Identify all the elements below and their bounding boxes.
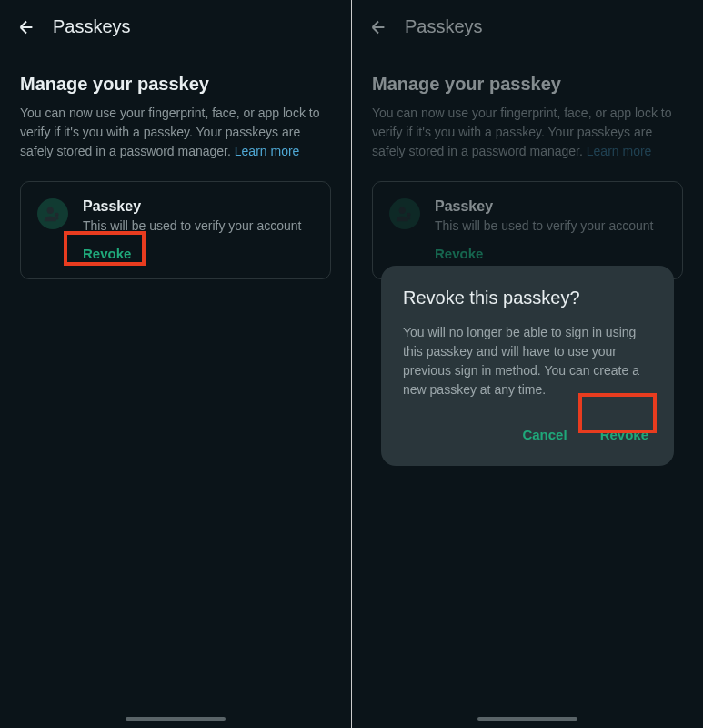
- section-description: You can now use your fingerprint, face, …: [20, 104, 331, 161]
- header: Passkeys: [352, 0, 703, 52]
- svg-rect-3: [56, 218, 59, 219]
- right-pane: Passkeys Manage your passkey You can now…: [352, 0, 703, 728]
- back-arrow-icon[interactable]: [16, 17, 36, 37]
- card-subtitle: This will be used to verify your account: [435, 218, 666, 233]
- learn-more-link[interactable]: Learn more: [235, 144, 300, 158]
- header: Passkeys: [0, 0, 351, 52]
- home-indicator[interactable]: [126, 717, 226, 721]
- dialog-actions: Cancel Revoke: [403, 420, 652, 450]
- section-title: Manage your passkey: [372, 74, 683, 95]
- learn-more-link[interactable]: Learn more: [587, 144, 652, 158]
- page-title: Passkeys: [405, 16, 483, 37]
- card-body: Passkey This will be used to verify your…: [83, 198, 314, 262]
- home-indicator[interactable]: [477, 717, 577, 721]
- section-description: You can now use your fingerprint, face, …: [372, 104, 683, 161]
- card-title: Passkey: [435, 198, 666, 215]
- confirm-dialog: Revoke this passkey? You will no longer …: [381, 266, 674, 466]
- svg-point-4: [399, 207, 406, 214]
- revoke-button[interactable]: Revoke: [435, 246, 483, 261]
- dialog-title: Revoke this passkey?: [403, 288, 652, 308]
- content-area: Manage your passkey You can now use your…: [0, 52, 351, 279]
- section-title: Manage your passkey: [20, 74, 331, 95]
- card-title: Passkey: [83, 198, 314, 215]
- card-subtitle: This will be used to verify your account: [83, 218, 314, 233]
- dialog-body: You will no longer be able to sign in us…: [403, 323, 652, 399]
- revoke-button[interactable]: Revoke: [83, 246, 131, 261]
- revoke-confirm-button[interactable]: Revoke: [597, 420, 652, 450]
- back-arrow-icon[interactable]: [368, 17, 388, 37]
- passkey-card: Passkey This will be used to verify your…: [372, 181, 683, 279]
- card-body: Passkey This will be used to verify your…: [435, 198, 666, 262]
- content-area: Manage your passkey You can now use your…: [352, 52, 703, 279]
- passkey-icon: [389, 198, 420, 229]
- page-title: Passkeys: [53, 16, 131, 37]
- cancel-button[interactable]: Cancel: [518, 420, 570, 450]
- svg-rect-7: [408, 218, 411, 219]
- svg-point-0: [47, 207, 54, 214]
- passkey-icon: [37, 198, 68, 229]
- passkey-card: Passkey This will be used to verify your…: [20, 181, 331, 279]
- left-pane: Passkeys Manage your passkey You can now…: [0, 0, 351, 728]
